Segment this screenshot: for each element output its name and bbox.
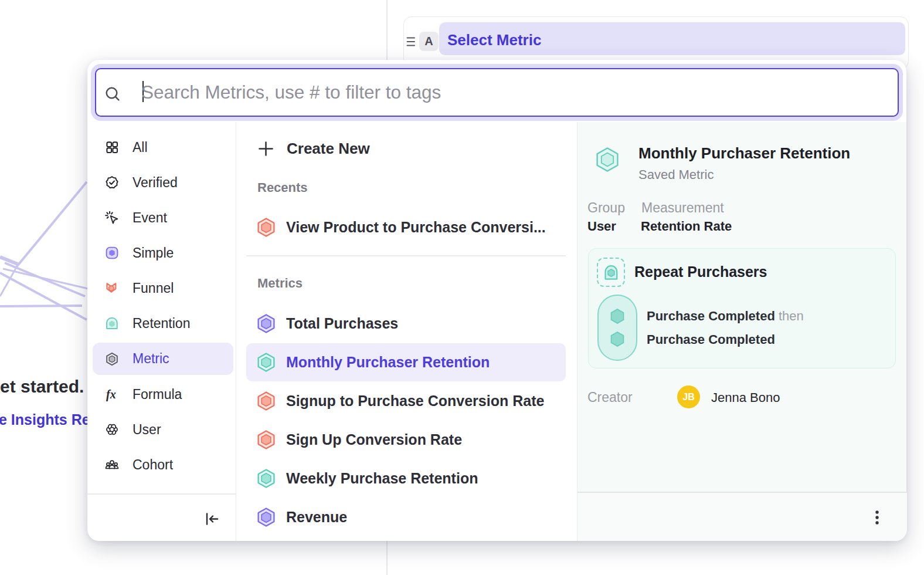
- svg-text:fx: fx: [106, 388, 116, 401]
